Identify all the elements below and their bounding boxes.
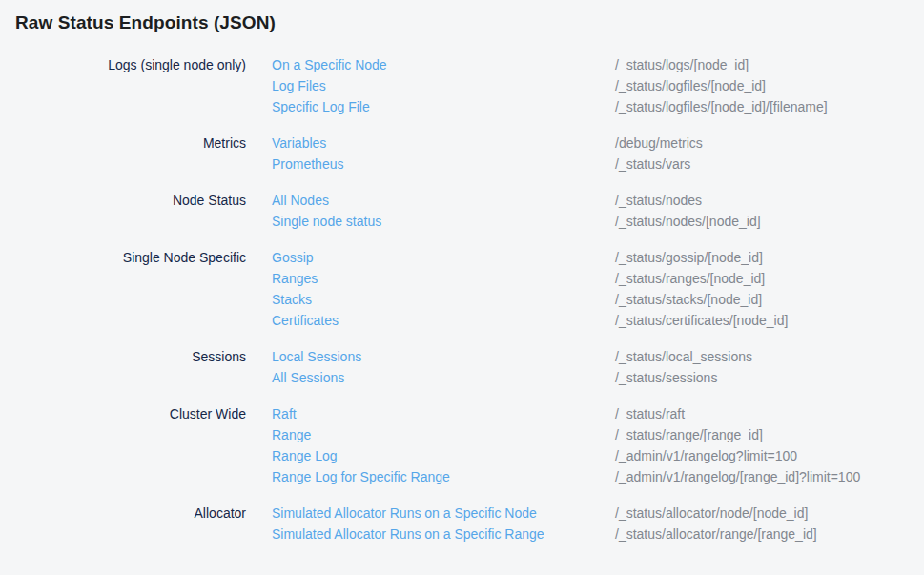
endpoint-path: /_status/nodes <box>615 190 909 211</box>
category-label: Allocator <box>15 503 246 544</box>
endpoint-path: /_status/ranges/[node_id] <box>615 268 909 289</box>
path-column: /_status/local_sessions /_status/session… <box>615 346 909 388</box>
endpoint-path: /_status/range/[range_id] <box>615 424 909 445</box>
endpoint-group: Sessions Local Sessions All Sessions /_s… <box>15 346 909 388</box>
link-column: All Nodes Single node status <box>272 190 615 232</box>
link-column: Gossip Ranges Stacks Certificates <box>272 247 615 331</box>
endpoint-group: Metrics Variables Prometheus /debug/metr… <box>15 133 909 175</box>
endpoint-link[interactable]: Variables <box>272 133 615 154</box>
category-label: Single Node Specific <box>15 247 246 331</box>
link-column: Variables Prometheus <box>272 133 615 175</box>
endpoint-path: /debug/metrics <box>615 133 909 154</box>
endpoint-group: Single Node Specific Gossip Ranges Stack… <box>15 247 909 331</box>
endpoint-path: /_status/allocator/range/[range_id] <box>615 524 909 544</box>
path-column: /_status/logs/[node_id] /_status/logfile… <box>615 54 909 117</box>
endpoint-path: /_status/allocator/node/[node_id] <box>615 503 909 524</box>
endpoint-link[interactable]: Certificates <box>272 310 615 331</box>
endpoint-link[interactable]: All Nodes <box>272 190 615 211</box>
endpoint-group: Node Status All Nodes Single node status… <box>15 190 909 232</box>
endpoint-link[interactable]: Specific Log File <box>272 96 615 117</box>
endpoint-group: Logs (single node only) On a Specific No… <box>15 54 909 117</box>
endpoint-link[interactable]: Range <box>272 424 615 445</box>
path-column: /_status/nodes /_status/nodes/[node_id] <box>615 190 909 232</box>
endpoint-path: /_status/nodes/[node_id] <box>615 211 909 232</box>
endpoint-path: /_status/stacks/[node_id] <box>615 289 909 310</box>
category-label: Sessions <box>15 346 246 388</box>
endpoint-group: Cluster Wide Raft Range Range Log Range … <box>15 403 909 487</box>
endpoint-link[interactable]: Prometheus <box>272 154 615 175</box>
endpoint-path: /_status/logs/[node_id] <box>615 54 909 75</box>
endpoint-link[interactable]: Range Log <box>272 445 615 466</box>
path-column: /_status/allocator/node/[node_id] /_stat… <box>615 503 909 544</box>
endpoint-link[interactable]: Simulated Allocator Runs on a Specific N… <box>272 503 615 524</box>
endpoint-path: /_status/gossip/[node_id] <box>615 247 909 268</box>
endpoint-path: /_status/raft <box>615 403 909 424</box>
endpoint-link[interactable]: Single node status <box>272 211 615 232</box>
endpoint-link[interactable]: Simulated Allocator Runs on a Specific R… <box>272 524 615 544</box>
category-label: Logs (single node only) <box>15 54 246 117</box>
path-column: /debug/metrics /_status/vars <box>615 133 909 175</box>
link-column: Local Sessions All Sessions <box>272 346 615 388</box>
endpoint-link[interactable]: On a Specific Node <box>272 54 615 75</box>
endpoint-path: /_status/local_sessions <box>615 346 909 367</box>
endpoint-link[interactable]: Range Log for Specific Range <box>272 466 615 487</box>
endpoint-link[interactable]: Ranges <box>272 268 615 289</box>
endpoint-link[interactable]: Log Files <box>272 75 615 96</box>
endpoint-link[interactable]: All Sessions <box>272 367 615 388</box>
endpoint-link[interactable]: Raft <box>272 403 615 424</box>
endpoint-path: /_status/vars <box>615 154 909 175</box>
endpoint-path: /_admin/v1/rangelog/[range_id]?limit=100 <box>615 466 909 487</box>
path-column: /_status/raft /_status/range/[range_id] … <box>615 403 909 487</box>
endpoint-link[interactable]: Stacks <box>272 289 615 310</box>
endpoint-path: /_status/logfiles/[node_id] <box>615 75 909 96</box>
category-label: Metrics <box>15 133 246 175</box>
link-column: Simulated Allocator Runs on a Specific N… <box>272 503 615 544</box>
link-column: On a Specific Node Log Files Specific Lo… <box>272 54 615 117</box>
endpoint-link[interactable]: Gossip <box>272 247 615 268</box>
category-label: Node Status <box>15 190 246 232</box>
link-column: Raft Range Range Log Range Log for Speci… <box>272 403 615 487</box>
raw-status-endpoints-page: Raw Status Endpoints (JSON) Logs (single… <box>0 0 924 575</box>
path-column: /_status/gossip/[node_id] /_status/range… <box>615 247 909 331</box>
page-title: Raw Status Endpoints (JSON) <box>15 11 909 34</box>
endpoint-path: /_status/logfiles/[node_id]/[filename] <box>615 96 909 117</box>
endpoint-group: Allocator Simulated Allocator Runs on a … <box>15 503 909 544</box>
category-label: Cluster Wide <box>15 403 246 487</box>
endpoint-groups: Logs (single node only) On a Specific No… <box>15 54 909 544</box>
endpoint-path: /_status/certificates/[node_id] <box>615 310 909 331</box>
endpoint-path: /_admin/v1/rangelog?limit=100 <box>615 445 909 466</box>
endpoint-path: /_status/sessions <box>615 367 909 388</box>
endpoint-link[interactable]: Local Sessions <box>272 346 615 367</box>
